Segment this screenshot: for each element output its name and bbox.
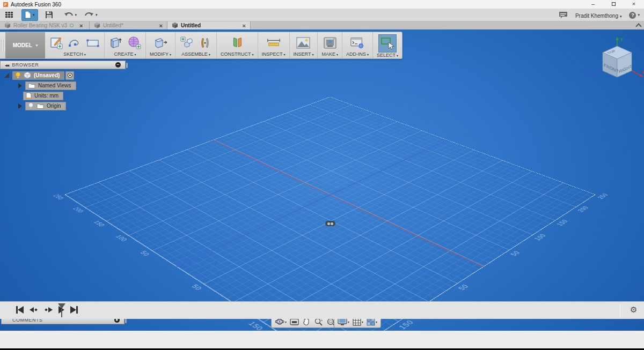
go-to-start-button[interactable] (16, 306, 24, 314)
assemble-menu[interactable]: ASSEMBLE▾ (181, 51, 210, 57)
app-launcher-button[interactable] (2, 9, 16, 21)
browser-panel-header[interactable]: ◀◀ BROWSER − (0, 61, 126, 69)
timeline-settings-gear-icon[interactable]: ⚙ (630, 305, 637, 315)
cloud-status-icon (70, 24, 74, 27)
rectangle-button[interactable] (85, 35, 100, 51)
grid-measure-label: 150 (246, 320, 265, 331)
expander-closed-icon[interactable] (18, 83, 22, 88)
save-button[interactable] (42, 9, 56, 21)
ribbon-group-modify: MODIFY▾ (146, 32, 175, 58)
tree-row-named-views[interactable]: Named Views (16, 81, 76, 90)
browser-panel-grip[interactable] (126, 63, 128, 68)
workspace-label: MODEL (13, 42, 32, 48)
insert-menu[interactable]: INSERT▾ (294, 51, 314, 57)
units-item[interactable]: Units: mm (23, 92, 63, 100)
grid-measure-label: 200 (576, 205, 590, 213)
make-3dprint-icon (323, 36, 338, 50)
press-pull-button[interactable] (153, 35, 168, 51)
tab-untitled-2-active[interactable]: Untitled × (167, 21, 251, 29)
viewport-canvas[interactable]: 2502001501005050100150200250200150100505… (0, 29, 644, 331)
spline-button[interactable] (67, 35, 82, 51)
workspace-switcher[interactable]: MODEL ▾ (5, 32, 45, 58)
document-root-item[interactable]: (Unsaved) (12, 71, 64, 80)
extrude-icon (108, 35, 123, 50)
user-menu[interactable]: Pradit Khemthong▾ (575, 10, 622, 20)
construct-menu[interactable]: CONSTRUCT▾ (221, 51, 254, 57)
collapse-panel-icon[interactable]: ◀◀ (5, 63, 9, 67)
minimize-button[interactable]: – (583, 0, 603, 9)
create-menu[interactable]: CREATE▾ (114, 51, 136, 57)
browser-collapse-all-button[interactable]: − (115, 62, 121, 68)
grid-measure-label: 250 (52, 193, 65, 200)
inspect-menu[interactable]: INSPECT▾ (262, 51, 286, 57)
document-name: (Unsaved) (34, 72, 60, 78)
tab-close-button[interactable]: × (79, 23, 83, 29)
bulb-off-icon[interactable] (28, 102, 34, 110)
make-caret-icon: ▾ (336, 53, 338, 56)
timeline-marker[interactable] (58, 303, 65, 317)
make-menu[interactable]: MAKE▾ (321, 51, 338, 57)
measure-button[interactable] (266, 35, 281, 51)
user-caret-icon: ▾ (620, 14, 622, 18)
modify-menu[interactable]: MODIFY▾ (150, 51, 171, 57)
go-to-end-button[interactable] (70, 306, 78, 314)
ribbon-grip-handle[interactable] (0, 32, 5, 58)
select-menu[interactable]: SELECT▾ (377, 53, 398, 58)
ground-grid: 2502001501005050100150200250200150100505… (64, 96, 596, 331)
collapse-toolbar-chevron-icon[interactable] (636, 23, 641, 27)
create-sketch-button[interactable] (49, 35, 64, 51)
close-button[interactable]: × (624, 0, 644, 9)
undo-button[interactable]: ▾ (61, 9, 80, 21)
expander-closed-icon[interactable] (18, 103, 22, 109)
sketch-menu[interactable]: SKETCH▾ (63, 51, 86, 57)
tree-row-document[interactable]: (Unsaved) (3, 71, 76, 79)
redo-caret-icon: ▾ (96, 13, 98, 17)
create-form-icon (127, 35, 142, 50)
tab-roller-bearing[interactable]: Roller Bearing NSK v3 × (0, 21, 90, 29)
app-launcher-grid-icon (5, 11, 13, 19)
tab-label: Untitled* (103, 23, 123, 28)
press-pull-icon (153, 35, 168, 50)
redo-button[interactable]: ▾ (82, 9, 100, 21)
undo-caret-icon: ▾ (75, 13, 77, 17)
new-component-icon (179, 35, 194, 50)
named-views-item[interactable]: Named Views (25, 81, 76, 90)
ribbon-group-make: MAKE▾ (318, 32, 342, 58)
origin-dot (327, 222, 330, 225)
bulb-on-icon[interactable] (15, 72, 21, 79)
select-button[interactable] (378, 34, 397, 53)
tree-row-units[interactable]: Units: mm (23, 92, 76, 100)
activate-component-radio[interactable] (65, 71, 74, 80)
addins-scripts-button[interactable] (350, 35, 365, 51)
help-menu[interactable]: ?▾ (629, 12, 640, 19)
joint-button[interactable] (197, 35, 213, 51)
expander-open-icon[interactable] (4, 73, 9, 78)
addins-menu[interactable]: ADD-INS▾ (346, 51, 369, 57)
view-cube[interactable]: Y Z X TOP FRONT RIGHT (587, 34, 644, 93)
comment-bubble-icon[interactable] (559, 11, 568, 19)
tab-close-button[interactable]: × (159, 23, 163, 29)
grid-measure-label: 200 (71, 206, 86, 214)
spline-icon (68, 36, 82, 50)
step-back-button[interactable] (30, 306, 38, 314)
grid-measure-label: 150 (397, 319, 415, 331)
insert-image-button[interactable] (296, 35, 311, 51)
target-icon (68, 73, 72, 78)
file-menu-button[interactable]: ▾ (21, 9, 38, 21)
origin-marker[interactable] (325, 221, 335, 226)
construct-plane-button[interactable] (230, 35, 245, 51)
grid-measure-label: 100 (532, 233, 548, 242)
create-form-button[interactable] (127, 35, 142, 51)
tab-close-button[interactable]: × (243, 23, 246, 29)
create-sketch-icon (49, 36, 63, 50)
origin-item[interactable]: Origin (25, 102, 66, 110)
make-3dprint-button[interactable] (323, 35, 338, 51)
step-forward-button[interactable] (44, 306, 53, 314)
restore-button[interactable] (603, 0, 624, 9)
tab-untitled-1[interactable]: Untitled* × (90, 21, 167, 29)
grid-measure-label: 100 (114, 234, 129, 242)
extrude-button[interactable] (108, 35, 123, 51)
tree-row-origin[interactable]: Origin (16, 102, 76, 110)
assemble-caret-icon: ▾ (209, 53, 210, 56)
new-component-button[interactable] (179, 35, 194, 51)
